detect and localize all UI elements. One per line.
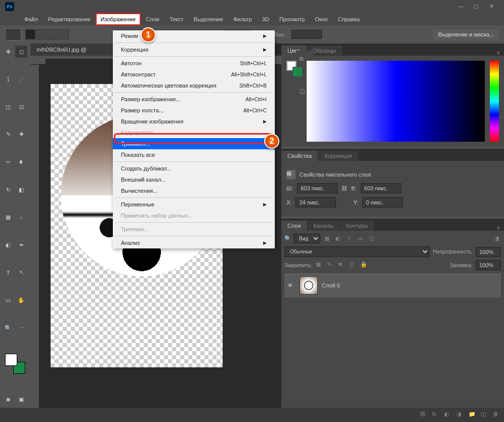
zoom-tool[interactable]: 🔍 — [2, 322, 14, 334]
menu-item--[interactable]: АвтоконтрастAlt+Shift+Ctrl+L — [113, 69, 275, 80]
hue-slider[interactable] — [490, 61, 499, 142]
blur-tool[interactable]: ○ — [15, 212, 27, 224]
fill-field[interactable] — [476, 260, 501, 270]
delete-layer-icon[interactable]: 🗑 — [493, 411, 501, 419]
panel-menu-icon[interactable]: ≡ — [493, 225, 504, 231]
menu-item--[interactable]: Переменные▶ — [113, 199, 275, 210]
layer-name[interactable]: Слой 0 — [322, 282, 340, 288]
tool-preset-picker[interactable] — [5, 28, 21, 40]
menu-3d[interactable]: 3D — [258, 14, 273, 24]
type-tool[interactable]: T — [2, 267, 14, 279]
menu-item--[interactable]: Внешний канал... — [113, 174, 275, 185]
lock-all-icon[interactable]: 🔒 — [360, 261, 368, 269]
filter-shape-icon[interactable]: ▭ — [356, 234, 365, 243]
width-field[interactable] — [297, 183, 338, 193]
blend-mode-select[interactable]: Обычные — [284, 246, 430, 257]
frame-tool[interactable]: ⊡ — [15, 101, 27, 113]
menu-item--[interactable]: Показать все — [113, 149, 275, 160]
menu-item--[interactable]: Размер холста...Alt+Ctrl+C — [113, 105, 275, 116]
menu-item--[interactable]: АвтотонShift+Ctrl+L — [113, 58, 275, 69]
menu-окно[interactable]: Окно — [311, 14, 332, 24]
close-button[interactable]: ✕ — [484, 2, 499, 10]
tab-paths[interactable]: Контуры — [340, 221, 374, 231]
menu-item--[interactable]: Автоматическая цветовая коррекцияShift+C… — [113, 80, 275, 91]
foreground-swatch[interactable] — [5, 354, 17, 366]
selection-new-icon[interactable] — [25, 29, 35, 39]
panel-menu-icon[interactable]: ≡ — [493, 50, 504, 56]
menu-слои[interactable]: Слои — [142, 14, 163, 24]
hand-tool[interactable]: ✋ — [15, 294, 27, 306]
select-and-mask-button[interactable]: Выделение и маска... — [433, 29, 499, 39]
edit-toolbar[interactable]: ⋯ — [15, 322, 27, 334]
healing-tool[interactable]: ✚ — [15, 129, 27, 141]
menu-редактирование[interactable]: Редактирование — [44, 14, 95, 24]
link-icon[interactable]: ⛓ — [342, 185, 347, 191]
menu-item--[interactable]: Режим▶ — [113, 30, 275, 41]
menu-item--[interactable]: Коррекция▶ — [113, 44, 275, 55]
move-tool[interactable]: ✥ — [2, 46, 14, 58]
selection-add-icon[interactable] — [36, 29, 47, 39]
lasso-tool[interactable]: ⟆ — [2, 73, 14, 86]
tab-channels[interactable]: Каналы — [308, 221, 340, 231]
menu-фильтр[interactable]: Фильтр — [229, 14, 256, 24]
screen-mode-icon[interactable]: ▣ — [15, 393, 27, 405]
group-icon[interactable]: 📁 — [469, 411, 477, 419]
dodge-tool[interactable]: ◐ — [2, 239, 14, 251]
filter-toggle-icon[interactable]: ◨ — [492, 234, 501, 243]
lock-pixels-icon[interactable]: ✎ — [327, 261, 335, 269]
quick-mask-icon[interactable]: ◙ — [2, 393, 14, 405]
shape-tool[interactable]: ▭ — [2, 294, 14, 306]
filter-adjust-icon[interactable]: ◐ — [333, 234, 343, 243]
tab-layers[interactable]: Слои — [281, 221, 307, 231]
menu-выделение[interactable]: Выделение — [190, 14, 227, 24]
magic-wand-tool[interactable]: ⋰ — [15, 73, 27, 86]
selection-intersect-icon[interactable] — [59, 29, 69, 39]
eraser-tool[interactable]: ◧ — [15, 184, 27, 196]
path-tool[interactable]: ↖ — [15, 267, 27, 279]
lock-artboard-icon[interactable]: ◫ — [349, 261, 357, 269]
menu-item--[interactable]: Создать дубликат... — [113, 163, 275, 174]
history-brush-tool[interactable]: ↻ — [2, 184, 14, 196]
height-field[interactable] — [361, 183, 401, 193]
brush-tool[interactable]: ✏ — [2, 156, 14, 168]
minimize-button[interactable]: — — [453, 2, 469, 10]
filter-type-select[interactable]: Вид — [293, 234, 320, 243]
pen-tool[interactable]: ✒ — [15, 239, 27, 251]
menu-item--[interactable]: Вычисления... — [113, 185, 275, 196]
menu-справка[interactable]: Справка — [334, 14, 364, 24]
lock-trans-icon[interactable]: ▦ — [316, 261, 324, 269]
layer-item[interactable]: 👁 Слой 0 — [284, 273, 501, 298]
selection-subtract-icon[interactable] — [48, 29, 58, 39]
marquee-tool[interactable]: ◻ — [15, 46, 27, 58]
mini-color-swatches[interactable] — [286, 61, 302, 142]
eyedropper-tool[interactable]: ✎ — [2, 129, 14, 141]
color-swatches[interactable] — [5, 354, 25, 374]
filter-smart-icon[interactable]: ◫ — [367, 234, 376, 243]
stamp-tool[interactable]: ⧯ — [15, 156, 27, 168]
height-input[interactable] — [291, 30, 322, 39]
link-layers-icon[interactable]: ⛓ — [420, 411, 428, 419]
x-field[interactable] — [296, 197, 336, 207]
layer-style-icon[interactable]: fx — [432, 411, 440, 419]
y-field[interactable] — [362, 197, 403, 207]
menu-item--[interactable]: Размер изображения...Alt+Ctrl+I — [113, 94, 275, 105]
menu-текст[interactable]: Текст — [165, 14, 188, 24]
menu-просмотр[interactable]: Просмотр — [275, 14, 309, 24]
menu-файл[interactable]: Файл — [20, 14, 42, 24]
filter-type-icon[interactable]: T — [345, 234, 354, 243]
crop-tool[interactable]: ◫ — [2, 101, 14, 113]
layer-thumbnail[interactable] — [300, 276, 318, 294]
maximize-button[interactable]: ▢ — [469, 2, 484, 10]
menu-item--[interactable]: Вращение изображения▶ — [113, 116, 275, 127]
visibility-icon[interactable]: 👁 — [287, 282, 296, 288]
opacity-field[interactable] — [476, 247, 501, 257]
lock-position-icon[interactable]: ✥ — [338, 261, 346, 269]
new-layer-icon[interactable]: ◫ — [481, 411, 489, 419]
filter-pixel-icon[interactable]: ▦ — [322, 234, 331, 243]
tab-adjustments[interactable]: Коррекция — [318, 151, 358, 161]
gradient-tool[interactable]: ▦ — [2, 212, 14, 224]
menu-изображение[interactable]: Изображение — [97, 14, 140, 24]
adjustment-layer-icon[interactable]: ◑ — [456, 411, 465, 419]
tab-properties[interactable]: Свойства — [281, 151, 318, 161]
color-picker[interactable] — [307, 61, 485, 142]
